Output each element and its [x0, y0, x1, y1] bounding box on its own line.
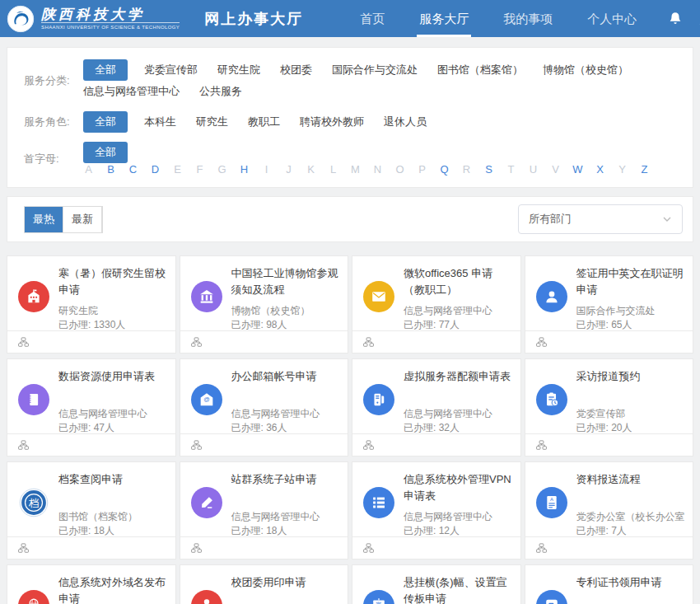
workflow-icon[interactable] [362, 439, 375, 452]
category-option[interactable]: 公共服务 [199, 81, 242, 102]
nav-item[interactable]: 服务大厅 [402, 0, 486, 37]
letter-option[interactable]: S [483, 163, 494, 176]
service-card[interactable]: 微软office365 申请（教职工） 信息与网络管理中心 已办理: 77人 [352, 255, 521, 354]
letter-option[interactable]: J [283, 163, 294, 176]
service-card[interactable]: 校团委用印申请 校团委 已办理: 5人 [180, 564, 349, 604]
service-card[interactable]: WWW 信息系统对外域名发布申请 信息与网络管理中心 已办理: 6人 [7, 564, 176, 604]
category-option[interactable]: 全部 [83, 59, 128, 81]
service-card[interactable]: A 资料报送流程 党委办公室（校长办公室） 已办理: 7人 [525, 461, 694, 560]
workflow-icon[interactable] [17, 439, 30, 452]
service-title[interactable]: 虚拟服务器配额申请表 [404, 368, 512, 385]
letter-option[interactable]: E [172, 163, 183, 176]
letter-option[interactable]: U [528, 163, 539, 176]
letter-option[interactable]: W [572, 163, 583, 176]
sort-tab[interactable]: 最新 [63, 207, 102, 232]
service-title[interactable]: 办公邮箱帐号申请 [231, 368, 340, 385]
service-card[interactable]: 数据资源使用申请表 信息与网络管理中心 已办理: 47人 [7, 358, 176, 457]
letter-option[interactable]: L [328, 163, 338, 176]
workflow-icon[interactable] [190, 336, 203, 349]
category-option[interactable]: 党委宣传部 [144, 59, 198, 81]
service-card[interactable]: 档 档案查阅申请 图书馆（档案馆） 已办理: 18人 [7, 461, 176, 560]
letter-option[interactable]: Y [617, 163, 628, 176]
category-option[interactable]: 博物馆（校史馆） [543, 59, 628, 81]
letter-option[interactable]: A [83, 163, 94, 176]
letter-option[interactable]: Q [439, 163, 450, 176]
service-title[interactable]: 站群系统子站申请 [231, 471, 340, 488]
workflow-icon[interactable] [17, 542, 30, 555]
letter-option[interactable]: X [595, 163, 605, 176]
service-card[interactable]: 专利证书领用申请 图书馆（档案馆） 已办理: 3人 [525, 564, 694, 604]
service-title[interactable]: 微软office365 申请（教职工） [404, 265, 512, 298]
service-card[interactable]: 信息系统校外管理VPN申请表 信息与网络管理中心 已办理: 12人 [352, 461, 521, 560]
service-department: 信息与网络管理中心 [404, 510, 514, 524]
svg-text:档: 档 [29, 498, 40, 509]
role-option[interactable]: 研究生 [196, 111, 228, 133]
bell-icon[interactable] [667, 11, 684, 27]
category-option[interactable]: 研究生院 [217, 59, 260, 81]
department-select[interactable]: 所有部门 [518, 204, 683, 234]
service-card[interactable]: 采访报道预约 党委宣传部 已办理: 20人 [525, 358, 694, 457]
letter-option[interactable]: T [506, 163, 516, 176]
letter-option[interactable]: K [306, 163, 316, 176]
service-title[interactable]: 中国轻工业博物馆参观须知及流程 [231, 265, 340, 298]
workflow-icon[interactable] [362, 542, 375, 555]
service-title[interactable]: 资料报送流程 [576, 471, 685, 488]
letter-option[interactable]: N [372, 163, 383, 176]
letter-option[interactable]: H [239, 163, 250, 176]
letter-option[interactable]: Z [639, 163, 650, 176]
service-title[interactable]: 信息系统校外管理VPN申请表 [404, 471, 512, 504]
workflow-icon[interactable] [190, 439, 203, 452]
category-option[interactable]: 国际合作与交流处 [332, 59, 418, 81]
letter-option[interactable]: R [461, 163, 472, 176]
workflow-icon[interactable] [362, 336, 375, 349]
workflow-icon[interactable] [535, 439, 548, 452]
letter-option[interactable]: C [128, 163, 138, 176]
letter-option[interactable]: V [550, 163, 561, 176]
role-option[interactable]: 退休人员 [384, 111, 427, 133]
service-title[interactable]: 档案查阅申请 [58, 471, 167, 488]
service-department: 信息与网络管理中心 [404, 407, 514, 421]
letter-option[interactable]: G [217, 163, 227, 176]
role-option[interactable]: 本科生 [144, 111, 176, 133]
service-title[interactable]: 专利证书领用申请 [576, 574, 685, 591]
letter-option[interactable]: F [194, 163, 205, 176]
service-card[interactable]: 寒（暑）假研究生留校申请 研究生院 已办理: 1330人 [7, 255, 176, 354]
service-card[interactable]: 签证用中英文在职证明申请 国际合作与交流处 已办理: 65人 [525, 255, 694, 354]
service-card[interactable]: 站群系统子站申请 信息与网络管理中心 已办理: 18人 [180, 461, 349, 560]
workflow-icon[interactable] [190, 542, 203, 555]
letter-option[interactable]: P [417, 163, 427, 176]
service-title[interactable]: 悬挂横(条)幅、设置宣传板申请 [404, 574, 512, 604]
service-card[interactable]: 虚拟服务器配额申请表 信息与网络管理中心 已办理: 32人 [352, 358, 521, 457]
nav-item[interactable]: 个人中心 [570, 0, 654, 37]
service-card[interactable]: 中国轻工业博物馆参观须知及流程 博物馆（校史馆） 已办理: 98人 [180, 255, 349, 354]
letter-option[interactable]: M [350, 163, 361, 176]
letter-option[interactable]: I [261, 163, 272, 176]
service-title[interactable]: 校团委用印申请 [231, 574, 340, 591]
service-card[interactable]: @ 办公邮箱帐号申请 信息与网络管理中心 已办理: 36人 [180, 358, 349, 457]
category-option[interactable]: 校团委 [280, 59, 312, 81]
workflow-icon[interactable] [17, 336, 30, 349]
user-icon[interactable] [697, 11, 700, 27]
service-card[interactable]: 宣 悬挂横(条)幅、设置宣传板申请 党委宣传部 已办理: 5人 [352, 564, 521, 604]
board-icon: 宣 [363, 590, 394, 604]
sort-tab[interactable]: 最热 [25, 207, 63, 232]
category-option[interactable]: 信息与网络管理中心 [83, 81, 180, 102]
letter-option[interactable]: O [394, 163, 405, 176]
letter-option[interactable]: D [150, 163, 161, 176]
service-title[interactable]: 信息系统对外域名发布申请 [58, 574, 167, 604]
service-title[interactable]: 数据资源使用申请表 [58, 368, 167, 385]
workflow-icon[interactable] [535, 542, 548, 555]
nav-item[interactable]: 我的事项 [486, 0, 570, 37]
role-option[interactable]: 聘请校外教师 [300, 111, 364, 133]
role-option[interactable]: 全部 [83, 111, 128, 133]
category-option[interactable]: 图书馆（档案馆） [437, 59, 523, 81]
role-option[interactable]: 教职工 [248, 111, 280, 133]
service-title[interactable]: 采访报道预约 [576, 368, 685, 385]
letter-all-option[interactable]: 全部 [83, 142, 128, 163]
service-title[interactable]: 签证用中英文在职证明申请 [576, 265, 685, 298]
service-title[interactable]: 寒（暑）假研究生留校申请 [58, 265, 167, 298]
letter-option[interactable]: B [105, 163, 116, 176]
nav-item[interactable]: 首页 [343, 0, 402, 37]
card-footer [7, 536, 175, 559]
workflow-icon[interactable] [535, 336, 548, 349]
